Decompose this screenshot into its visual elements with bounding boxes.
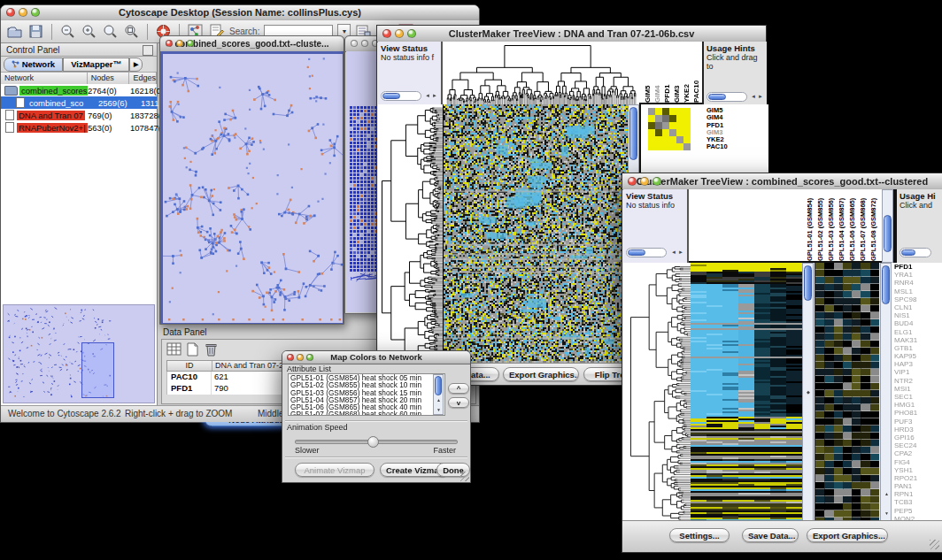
column-label[interactable]: YKE2 <box>683 50 691 103</box>
window-controls[interactable] <box>6 8 40 17</box>
correlation-matrix-canvas[interactable] <box>648 108 691 150</box>
vscroll-thumb[interactable] <box>435 376 442 395</box>
slider-thumb[interactable] <box>367 436 379 448</box>
main-titlebar[interactable]: Cytoscape Desktop (Session Name: collins… <box>1 5 479 21</box>
window-controls[interactable] <box>166 40 194 47</box>
new-attribute-icon[interactable] <box>185 342 200 357</box>
gene-label[interactable]: SPC98 <box>892 295 942 303</box>
tab-network[interactable]: Network <box>4 58 63 72</box>
network-row[interactable]: RNAPuberNov2+|563(0)107847(0) <box>1 121 157 134</box>
hscroll-thumb[interactable] <box>382 93 400 99</box>
network-row[interactable]: combined_scores2764(0)16218(0) <box>1 84 157 96</box>
gene-label[interactable]: ELG1 <box>892 328 942 336</box>
usage-hints-hscrollbar[interactable] <box>900 248 931 257</box>
row-label[interactable]: GIM3 <box>706 129 728 136</box>
gene-label[interactable]: CLN1 <box>892 303 942 311</box>
column-labels-vscrollbar[interactable] <box>882 189 893 263</box>
gene-label[interactable]: RPO21 <box>892 474 942 482</box>
close-icon[interactable] <box>351 40 358 47</box>
gene-label[interactable]: TCB3 <box>892 498 942 506</box>
network-overview-thumbnail[interactable] <box>3 304 155 403</box>
gene-label[interactable]: NIS1 <box>892 311 942 319</box>
window-controls[interactable] <box>628 177 661 186</box>
data-row[interactable]: PAC10621 <box>166 372 299 383</box>
close-icon[interactable] <box>382 29 391 38</box>
column-label[interactable]: GPL51-03 (GSM856) <box>826 190 837 261</box>
attribute-table-icon[interactable] <box>166 342 181 357</box>
minimize-icon[interactable] <box>297 354 304 361</box>
gene-label[interactable]: MSI1 <box>892 385 942 393</box>
treeview2-titlebar[interactable]: ClusterMaker TreeView : combined_scores_… <box>622 173 942 190</box>
network-graph-canvas[interactable] <box>163 54 343 323</box>
gene-label[interactable]: SEC24 <box>892 441 942 449</box>
gene-label-list[interactable]: PFD1YRA1RNR4MSL1SPC98CLN1NIS1BUD4ELG1MAK… <box>892 263 942 523</box>
gene-label[interactable]: FIG4 <box>892 458 942 466</box>
zoom-window-icon[interactable] <box>187 40 194 47</box>
heatmap-zoom-canvas[interactable] <box>815 263 879 523</box>
minimize-icon[interactable] <box>19 8 27 17</box>
hscroll-thumb[interactable] <box>708 94 726 100</box>
row-label[interactable]: PAC10 <box>706 143 728 150</box>
gene-label[interactable]: HAP3 <box>892 360 942 368</box>
scroll-arrows[interactable]: ▲▼ <box>436 395 441 415</box>
heatmap-global-canvas[interactable] <box>691 263 802 523</box>
attribute-list-vscrollbar[interactable]: ▲▼ <box>433 374 444 415</box>
column-dendrogram-area[interactable] <box>689 189 802 263</box>
export-graphics-button[interactable]: Export Graphics... <box>807 528 888 542</box>
gene-label[interactable]: MAK31 <box>892 336 942 344</box>
zoom-in-icon[interactable] <box>81 23 97 40</box>
vscroll-thumb[interactable] <box>884 215 892 252</box>
column-dendrogram-canvas[interactable] <box>443 42 639 106</box>
column-label[interactable]: PFD1 <box>663 50 672 103</box>
gene-label[interactable]: SEC1 <box>892 393 942 401</box>
column-label[interactable]: GIM4 <box>653 50 662 103</box>
zoom-window-icon[interactable] <box>31 8 40 17</box>
magnify-icon[interactable] <box>102 23 119 40</box>
treeview1-titlebar[interactable]: ClusterMaker TreeView : DNA and Tran 07-… <box>377 26 766 42</box>
column-label[interactable]: PAC10 <box>692 50 701 103</box>
zoom-out-icon[interactable] <box>59 23 76 40</box>
window-controls[interactable] <box>287 354 313 361</box>
close-icon[interactable] <box>287 354 294 361</box>
gene-label[interactable]: CPA2 <box>892 449 942 457</box>
open-folder-icon[interactable] <box>6 23 23 40</box>
attribute-item[interactable]: GPL51-07 (GSM868) heat shock 60 min <box>289 410 444 416</box>
resize-grip[interactable] <box>459 472 469 481</box>
column-label[interactable]: GPL51-06 (GSM865) <box>847 190 858 261</box>
move-attribute-up-button[interactable]: ^ <box>448 383 469 394</box>
float-panel-icon[interactable] <box>143 45 153 56</box>
row-dendrogram-canvas[interactable] <box>378 104 443 365</box>
network-view-titlebar[interactable]: combined_scores_good.txt--cluste... <box>160 36 344 52</box>
minimize-icon[interactable] <box>176 40 183 47</box>
row-dendrogram-canvas[interactable] <box>623 263 691 523</box>
close-icon[interactable] <box>628 177 637 186</box>
heatmap-vscrollbar[interactable]: ◆ <box>802 263 814 523</box>
attribute-browser-table[interactable]: ID DNA and Tran 07-21-06b PAC10621PFD179… <box>166 360 299 395</box>
row-label[interactable]: YKE2 <box>706 136 728 143</box>
vscroll-thumb[interactable] <box>804 265 812 301</box>
gene-label[interactable]: PFD1 <box>892 263 942 271</box>
attribute-list[interactable]: GPL51-01 (GSM854) heat shock 05 minGPL51… <box>288 373 445 416</box>
network-row[interactable]: combined_sco2569(6)13112(15) <box>1 96 157 109</box>
column-label[interactable]: GIM5 <box>644 50 652 103</box>
minimize-icon[interactable] <box>640 177 649 186</box>
zoom-fit-icon[interactable] <box>123 23 140 40</box>
resize-grip[interactable] <box>930 540 939 549</box>
window-controls[interactable] <box>382 29 416 38</box>
column-label[interactable]: GPL51-04 (GSM857) <box>837 190 847 261</box>
network-row[interactable]: DNA and Tran 07769(0)183728(0) <box>1 109 157 121</box>
gene-label[interactable]: PEP5 <box>892 507 942 515</box>
hscroll-thumb[interactable] <box>628 249 645 256</box>
scroll-arrows[interactable]: ◄► <box>425 91 439 101</box>
column-label[interactable]: GPL51-02 (GSM855) <box>815 190 826 261</box>
heatmap-global-canvas[interactable] <box>443 104 628 365</box>
move-attribute-down-button[interactable]: v <box>448 397 469 408</box>
gene-label[interactable]: GTB1 <box>892 344 942 352</box>
column-label[interactable]: GIM3 <box>673 50 682 103</box>
gene-label[interactable]: YSH1 <box>892 466 942 474</box>
window-controls[interactable] <box>351 40 379 47</box>
gene-label[interactable]: YRA1 <box>892 271 942 279</box>
column-label[interactable]: GPL51-01 (GSM854) <box>805 190 815 261</box>
close-icon[interactable] <box>166 40 173 47</box>
gene-label[interactable]: VIP1 <box>892 368 942 376</box>
